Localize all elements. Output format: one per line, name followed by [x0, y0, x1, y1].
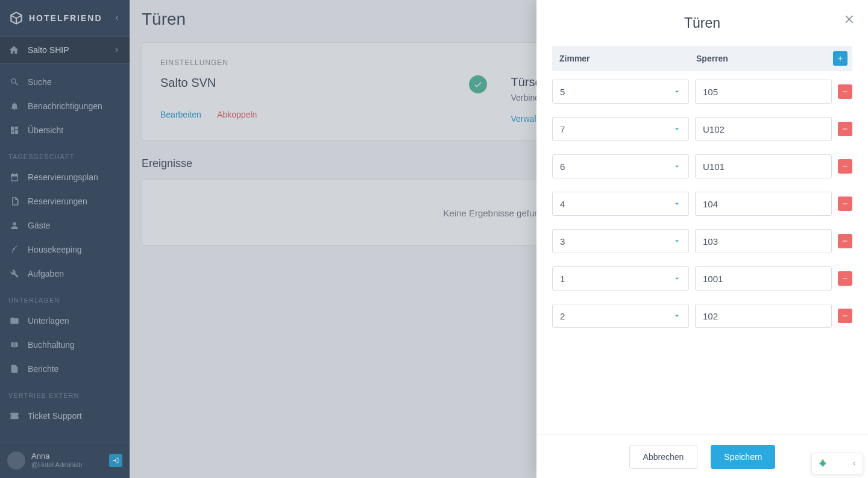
room-value: 1	[560, 274, 565, 284]
door-row: 6U101	[552, 154, 852, 178]
remove-row-button[interactable]	[838, 159, 852, 174]
room-select[interactable]: 2	[552, 304, 689, 328]
room-select[interactable]: 6	[552, 154, 689, 178]
room-select[interactable]: 5	[552, 80, 689, 104]
door-row: 3103	[552, 229, 852, 253]
lock-value: 102	[703, 311, 718, 321]
chevron-down-icon	[673, 87, 681, 96]
remove-row-button[interactable]	[838, 122, 852, 136]
close-icon[interactable]	[844, 13, 856, 25]
remove-row-button[interactable]	[838, 234, 852, 248]
support-widget-tab[interactable]	[811, 453, 863, 474]
panel-head: Türen	[536, 0, 868, 46]
remove-row-button[interactable]	[838, 309, 852, 323]
cancel-button[interactable]: Abbrechen	[629, 445, 698, 469]
save-button[interactable]: Speichern	[711, 445, 775, 469]
room-select[interactable]: 7	[552, 117, 689, 141]
chevron-down-icon	[673, 237, 681, 245]
chevron-down-icon	[673, 274, 681, 283]
chevron-down-icon	[673, 200, 681, 208]
door-row: 11001	[552, 266, 852, 291]
lock-value: 104	[703, 199, 718, 209]
chevron-down-icon	[673, 162, 681, 171]
remove-row-button[interactable]	[838, 197, 852, 211]
doors-modal: Türen Zimmer Sperren 51057U1026U10141043…	[536, 0, 868, 478]
lock-input[interactable]: U101	[695, 154, 832, 178]
lock-value: U102	[703, 124, 725, 134]
chevron-down-icon	[673, 312, 681, 320]
lock-input[interactable]: 1001	[695, 266, 832, 291]
room-select[interactable]: 1	[552, 266, 689, 291]
widget-logo-icon	[817, 458, 829, 470]
lock-input[interactable]: U102	[695, 117, 832, 141]
th-locks: Sperren	[696, 54, 833, 63]
add-row-button[interactable]	[833, 51, 848, 66]
lock-input[interactable]: 103	[695, 229, 832, 253]
remove-row-button[interactable]	[838, 271, 852, 286]
table-header: Zimmer Sperren	[552, 46, 852, 71]
chevron-down-icon	[673, 125, 681, 133]
door-row: 7U102	[552, 117, 852, 141]
lock-value: 103	[703, 236, 718, 247]
lock-input[interactable]: 102	[695, 304, 832, 328]
lock-value: 1001	[703, 274, 723, 284]
room-value: 4	[560, 199, 565, 209]
room-select[interactable]: 3	[552, 229, 689, 253]
room-value: 7	[560, 124, 565, 134]
room-value: 6	[560, 162, 565, 172]
door-row: 5105	[552, 80, 852, 104]
th-rooms: Zimmer	[559, 54, 696, 63]
room-value: 5	[560, 87, 565, 97]
lock-value: 105	[703, 87, 718, 97]
door-row: 4104	[552, 192, 852, 216]
lock-value: U101	[703, 162, 725, 172]
panel-body: Zimmer Sperren 51057U1026U10141043103110…	[536, 46, 868, 435]
room-select[interactable]: 4	[552, 192, 689, 216]
room-value: 3	[560, 236, 565, 247]
remove-row-button[interactable]	[838, 84, 852, 99]
chevron-left-icon	[851, 460, 858, 467]
room-value: 2	[560, 311, 565, 321]
lock-input[interactable]: 105	[695, 80, 832, 104]
modal-title: Türen	[684, 15, 720, 31]
door-row: 2102	[552, 304, 852, 328]
lock-input[interactable]: 104	[695, 192, 832, 216]
